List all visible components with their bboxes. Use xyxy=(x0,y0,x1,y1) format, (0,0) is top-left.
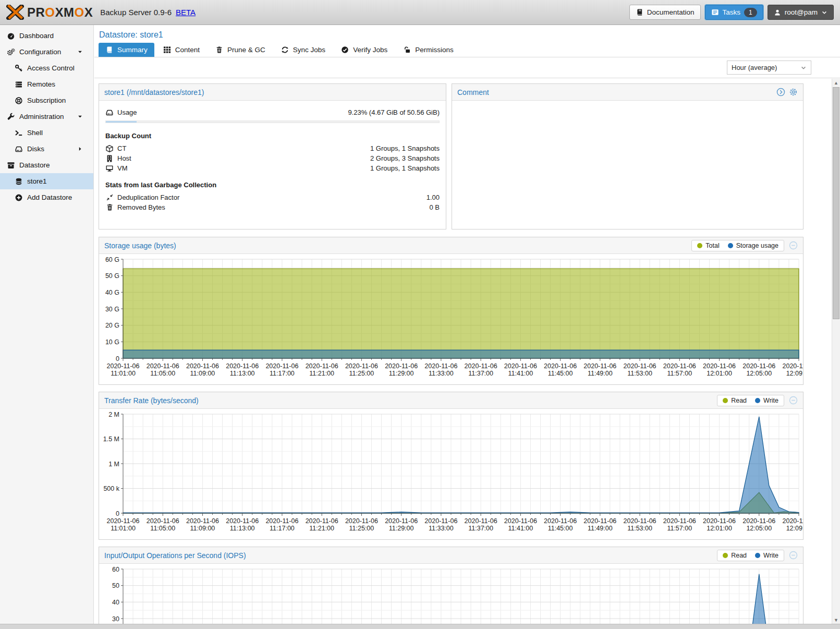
sidebar-item-remotes[interactable]: Remotes xyxy=(0,76,93,92)
time-range-select[interactable]: Hour (average) xyxy=(727,61,811,75)
tab-sync-jobs[interactable]: Sync Jobs xyxy=(274,43,332,57)
sidebar-item-disks[interactable]: Disks xyxy=(0,141,93,157)
legend-item-read[interactable]: Read xyxy=(723,397,747,404)
storage-usage-bytes-panel: Storage usage (bytes)TotalStorage usage0… xyxy=(99,237,804,385)
gc-stats-title: Stats from last Garbage Collection xyxy=(105,181,440,189)
svg-text:2020-11-06: 2020-11-06 xyxy=(424,517,457,525)
svg-text:12:01:00: 12:01:00 xyxy=(707,370,732,377)
svg-text:2020-11-06: 2020-11-06 xyxy=(742,517,775,525)
caret-down-icon[interactable] xyxy=(76,49,84,55)
svg-text:11:29:00: 11:29:00 xyxy=(389,525,414,532)
sidebar: DashboardConfigurationAccess ControlRemo… xyxy=(0,25,94,624)
svg-text:11:09:00: 11:09:00 xyxy=(190,525,215,532)
documentation-label: Documentation xyxy=(647,8,695,16)
svg-text:11:21:00: 11:21:00 xyxy=(309,370,334,377)
sidebar-item-label: Access Control xyxy=(27,64,75,72)
svg-text:11:33:00: 11:33:00 xyxy=(429,525,454,532)
stat-label: Host xyxy=(117,154,131,162)
bottom-window-strip xyxy=(0,624,840,629)
svg-text:2 M: 2 M xyxy=(108,411,119,418)
sidebar-item-add-datastore[interactable]: Add Datastore xyxy=(0,189,93,205)
sidebar-item-label: Remotes xyxy=(27,80,55,88)
svg-text:500 k: 500 k xyxy=(103,485,119,492)
legend-dot xyxy=(723,398,728,403)
stat-value: 1 Groups, 1 Snapshots xyxy=(370,164,440,172)
user-label: root@pam xyxy=(785,8,818,16)
tab-permissions[interactable]: Permissions xyxy=(396,43,460,57)
svg-text:50 G: 50 G xyxy=(105,272,119,280)
svg-text:2020-11-06: 2020-11-06 xyxy=(544,362,577,370)
sidebar-item-shell[interactable]: Shell xyxy=(0,125,93,141)
building-icon xyxy=(105,154,114,163)
sidebar-item-dashboard[interactable]: Dashboard xyxy=(0,28,93,44)
panels-area: store1 (/mnt/datastores/store1) Usage 9.… xyxy=(94,78,840,624)
tab-verify-jobs[interactable]: Verify Jobs xyxy=(334,43,394,57)
trash-icon xyxy=(105,203,114,211)
usage-row: Usage 9.23% (4.67 GiB of 50.56 GiB) xyxy=(105,107,440,117)
scrollbar-up-arrow-icon[interactable]: ▲ xyxy=(832,79,840,87)
tab-label: Verify Jobs xyxy=(353,46,387,54)
legend-dot xyxy=(723,553,728,558)
legend-label: Storage usage xyxy=(736,242,778,249)
svg-text:2020-11-06: 2020-11-06 xyxy=(583,362,616,370)
sidebar-item-label: Disks xyxy=(27,145,44,153)
legend-item-read[interactable]: Read xyxy=(723,552,747,559)
sidebar-item-datastore[interactable]: Datastore xyxy=(0,157,93,173)
legend-label: Read xyxy=(731,397,747,404)
svg-text:11:49:00: 11:49:00 xyxy=(588,370,613,377)
scrollbar-thumb[interactable] xyxy=(833,87,839,319)
user-menu-button[interactable]: root@pam xyxy=(768,5,834,20)
svg-text:2020-11-06: 2020-11-06 xyxy=(385,517,418,525)
svg-text:2020-11-06: 2020-11-06 xyxy=(106,517,139,525)
vertical-scrollbar[interactable]: ▲ ▼ xyxy=(832,79,840,624)
minus-circle-icon[interactable] xyxy=(789,241,798,250)
transfer-rate-bytes-second-chart: 0500 k1 M1.5 M2 M2020-11-0611:01:002020-… xyxy=(99,409,803,537)
sidebar-item-subscription[interactable]: Subscription xyxy=(0,92,93,108)
legend-dot xyxy=(697,243,702,248)
tasks-button[interactable]: Tasks 1 xyxy=(705,5,763,20)
tab-content[interactable]: Content xyxy=(156,43,206,57)
chart-title: Storage usage (bytes) xyxy=(104,241,176,250)
legend-item-storage-usage[interactable]: Storage usage xyxy=(728,242,778,249)
svg-text:2020-11-06: 2020-11-06 xyxy=(703,517,736,525)
plus-circle-icon xyxy=(14,193,23,202)
svg-text:2020-11-06: 2020-11-06 xyxy=(663,362,696,370)
svg-text:2020-11-06: 2020-11-06 xyxy=(226,517,259,525)
tab-summary[interactable]: Summary xyxy=(99,43,154,57)
minus-circle-icon[interactable] xyxy=(789,551,798,560)
legend-item-write[interactable]: Write xyxy=(755,397,778,404)
sidebar-item-configuration[interactable]: Configuration xyxy=(0,44,93,60)
beta-link[interactable]: BETA xyxy=(176,8,196,17)
tab-prune-gc[interactable]: Prune & GC xyxy=(209,43,272,57)
svg-text:11:21:00: 11:21:00 xyxy=(309,525,334,532)
svg-text:11:57:00: 11:57:00 xyxy=(667,525,692,532)
sidebar-item-store1[interactable]: store1 xyxy=(0,173,93,189)
scrollbar-down-arrow-icon[interactable]: ▼ xyxy=(832,616,840,624)
comment-panel-title: Comment xyxy=(457,88,489,96)
svg-text:12:09:00: 12:09:00 xyxy=(786,370,803,377)
svg-text:30: 30 xyxy=(112,615,119,623)
usage-value: 9.23% (4.67 GiB of 50.56 GiB) xyxy=(348,108,440,116)
desktop-icon xyxy=(105,164,114,173)
sidebar-item-administration[interactable]: Administration xyxy=(0,108,93,125)
input-output-operations-per-second-iops-panel: Input/Output Operations per Second (IOPS… xyxy=(99,547,804,624)
caret-down-icon[interactable] xyxy=(76,114,84,119)
chart-title: Transfer Rate (bytes/second) xyxy=(104,396,199,405)
circle-chevron-right-icon[interactable] xyxy=(776,88,785,96)
legend-item-total[interactable]: Total xyxy=(697,242,719,249)
stat-label: Removed Bytes xyxy=(117,203,165,211)
caret-right-icon[interactable] xyxy=(76,146,84,152)
trash-icon xyxy=(215,46,223,54)
svg-text:11:41:00: 11:41:00 xyxy=(508,525,533,532)
gear-icon[interactable] xyxy=(789,88,798,96)
documentation-button[interactable]: Documentation xyxy=(629,5,701,20)
svg-text:40: 40 xyxy=(112,599,119,606)
svg-text:2020-11-06: 2020-11-06 xyxy=(663,517,696,525)
database-icon xyxy=(14,177,23,186)
sidebar-item-access-control[interactable]: Access Control xyxy=(0,60,93,76)
legend-label: Write xyxy=(763,552,778,559)
datastore-panel-title: store1 (/mnt/datastores/store1) xyxy=(104,88,204,96)
minus-circle-icon[interactable] xyxy=(789,396,798,405)
legend-item-write[interactable]: Write xyxy=(755,552,778,559)
svg-text:2020-11-06: 2020-11-06 xyxy=(345,517,378,525)
